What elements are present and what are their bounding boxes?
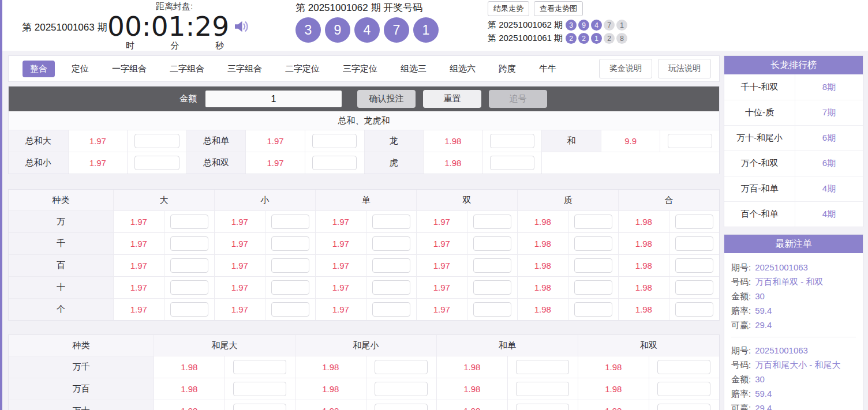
bet-type-label: 总和小 xyxy=(9,152,68,174)
odds-value: 1.97 xyxy=(68,130,128,152)
bet-amount-input[interactable] xyxy=(675,280,713,295)
tab[interactable]: 定位 xyxy=(65,61,95,77)
tab[interactable]: 牛牛 xyxy=(533,61,563,77)
bet-input-cell xyxy=(305,130,364,152)
bet-amount-input[interactable] xyxy=(574,280,612,295)
bet-amount-input[interactable] xyxy=(516,360,569,374)
bet-amount-input[interactable] xyxy=(271,236,309,251)
bet-amount-input[interactable] xyxy=(490,134,534,148)
bet-amount-input[interactable] xyxy=(675,215,713,229)
bet-input-cell xyxy=(366,378,437,400)
bet-amount-input[interactable] xyxy=(668,134,712,148)
view-trend-chart-button[interactable]: 查看走势图 xyxy=(534,1,583,16)
tab[interactable]: 三字组合 xyxy=(221,61,268,77)
odds-value: 1.98 xyxy=(154,378,225,400)
bet-amount-input[interactable] xyxy=(574,258,612,273)
bet-amount-input[interactable] xyxy=(271,280,309,295)
history-ball: 7 xyxy=(604,20,615,31)
bet-amount-input[interactable] xyxy=(372,258,410,273)
history-block: 结果走势 查看走势图 第 20251001062 期 39471 第 20251… xyxy=(488,1,627,46)
odds-value: 1.98 xyxy=(423,152,482,174)
streak-rank-panel: 长龙排行榜 千十-和双 8期 十位-质 7期 万十-和尾小 6期 万个-和双 xyxy=(724,55,863,227)
bet-amount-input[interactable] xyxy=(312,156,357,170)
bet-amount-input[interactable] xyxy=(473,215,511,229)
bet-amount-input[interactable] xyxy=(675,236,713,251)
table-row: 万百 1.98 1.98 1.98 1.98 xyxy=(9,378,719,400)
bet-amount-input[interactable] xyxy=(516,382,569,396)
bet-amount-input[interactable] xyxy=(574,236,612,251)
bet-input-cell xyxy=(467,255,518,276)
row-label: 万百 xyxy=(9,378,154,400)
bet-amount-input[interactable] xyxy=(375,404,428,410)
bet-amount-input[interactable] xyxy=(372,302,410,317)
bet-amount-input[interactable] xyxy=(271,258,309,273)
table-row: 千 1.97 1.97 1.97 1.97 1.98 1.98 xyxy=(9,232,719,254)
bet-amount-input[interactable] xyxy=(516,404,569,410)
odds-value: 1.98 xyxy=(618,255,669,276)
bet-amount-input[interactable] xyxy=(375,360,428,374)
bet-amount-input[interactable] xyxy=(233,404,286,410)
bet-amount-input[interactable] xyxy=(675,302,713,317)
history-row: 第 20251001062 期 39471 xyxy=(488,20,627,31)
bet-amount-input[interactable] xyxy=(134,156,179,170)
bet-type-label: 总和双 xyxy=(186,152,246,174)
rules-info-button[interactable]: 玩法说明 xyxy=(658,59,711,78)
tab[interactable]: 二字组合 xyxy=(163,61,211,77)
prize-info-button[interactable]: 奖金说明 xyxy=(599,59,652,78)
order-amount-label: 金额: xyxy=(731,289,751,303)
tab[interactable]: 组选六 xyxy=(443,61,482,77)
species-header: 种类 xyxy=(9,190,113,210)
bet-input-cell xyxy=(507,378,578,400)
bet-input-cell xyxy=(482,152,542,174)
column-header: 和单 xyxy=(436,335,578,356)
bet-amount-input[interactable] xyxy=(170,236,208,251)
chase-number-button[interactable]: 追号 xyxy=(489,90,547,108)
bet-amount-input[interactable] xyxy=(375,382,428,396)
bet-input-cell xyxy=(265,277,316,298)
bet-amount-input[interactable] xyxy=(574,215,612,229)
odds-value: 1.97 xyxy=(416,277,467,298)
bet-amount-input[interactable] xyxy=(312,134,357,148)
sum-row: 总和小1.97总和双1.97虎1.98 xyxy=(9,152,719,174)
history-ball: 1 xyxy=(591,33,602,44)
table-row: 百 1.97 1.97 1.97 1.97 1.98 1.98 xyxy=(9,254,719,276)
odds-value: 1.98 xyxy=(436,378,507,400)
bet-amount-input[interactable] xyxy=(170,258,208,273)
bet-amount-input[interactable] xyxy=(574,302,612,317)
bet-amount-input[interactable] xyxy=(134,134,179,148)
bet-amount-input[interactable] xyxy=(170,215,208,229)
tab[interactable]: 整合 xyxy=(23,61,55,77)
bet-amount-input[interactable] xyxy=(170,302,208,317)
bet-amount-input[interactable] xyxy=(473,236,511,251)
result-trend-button[interactable]: 结果走势 xyxy=(488,1,529,16)
bet-amount-input[interactable] xyxy=(675,258,713,273)
bet-amount-input[interactable] xyxy=(490,156,534,170)
bet-amount-input[interactable] xyxy=(233,360,286,374)
bet-amount-input[interactable] xyxy=(657,360,710,374)
bet-amount-input[interactable] xyxy=(233,382,286,396)
bet-amount-input[interactable] xyxy=(657,382,710,396)
row-label: 万十 xyxy=(9,400,154,410)
bet-amount-input[interactable] xyxy=(372,280,410,295)
bet-amount-input[interactable] xyxy=(473,258,511,273)
bet-amount-input[interactable] xyxy=(372,236,410,251)
tab[interactable]: 跨度 xyxy=(492,61,522,77)
bet-amount-input[interactable] xyxy=(170,280,208,295)
tab[interactable]: 一字组合 xyxy=(106,61,153,77)
bet-amount-input[interactable] xyxy=(657,404,710,410)
speaker-icon[interactable] xyxy=(233,17,251,36)
tab[interactable]: 二字定位 xyxy=(279,61,326,77)
bet-amount-input[interactable] xyxy=(473,302,511,317)
reset-button[interactable]: 重置 xyxy=(423,90,481,108)
bet-amount-input[interactable] xyxy=(473,280,511,295)
confirm-bet-button[interactable]: 确认投注 xyxy=(357,90,416,108)
tab[interactable]: 三字定位 xyxy=(336,61,384,77)
odds-value: 1.98 xyxy=(295,356,366,378)
bet-amount-input[interactable] xyxy=(271,215,309,229)
bet-amount-input[interactable] xyxy=(372,215,410,229)
amount-input[interactable] xyxy=(205,91,342,107)
row-label: 万千 xyxy=(9,356,154,378)
history-ball: 2 xyxy=(566,33,577,44)
tab[interactable]: 组选三 xyxy=(394,61,433,77)
bet-amount-input[interactable] xyxy=(271,302,309,317)
